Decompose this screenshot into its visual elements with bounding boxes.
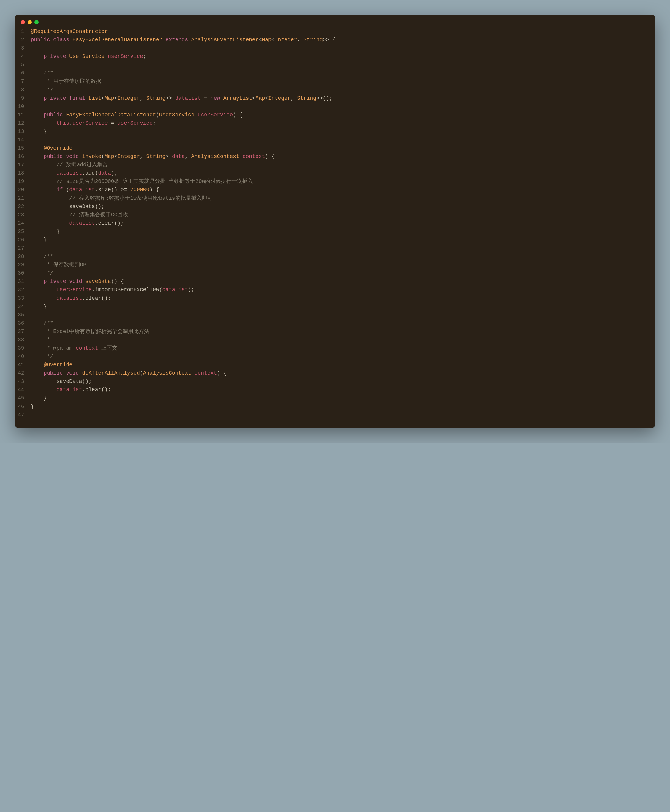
line-number: 26 xyxy=(18,236,24,244)
code-line[interactable]: } xyxy=(31,302,646,311)
token-keyword: void xyxy=(66,154,79,159)
token-doctag: @param xyxy=(53,345,73,351)
code-line[interactable] xyxy=(31,44,646,52)
code-line[interactable]: * 保存数据到DB xyxy=(31,261,646,269)
token-punct: (); xyxy=(101,387,111,393)
code-line[interactable]: public void invoke(Map<Integer, String> … xyxy=(31,152,646,160)
token-punct xyxy=(31,262,44,268)
code-line[interactable]: /** xyxy=(31,69,646,77)
code-line[interactable]: */ xyxy=(31,352,646,361)
code-line[interactable]: public EasyExcelGeneralDataListener(User… xyxy=(31,111,646,119)
code-line[interactable]: } xyxy=(31,236,646,244)
token-punct xyxy=(31,220,69,226)
token-punct xyxy=(31,78,44,84)
token-field: dataList xyxy=(56,295,82,301)
code-line[interactable]: this.userService = userService; xyxy=(31,119,646,127)
line-number: 43 xyxy=(18,377,24,385)
code-line[interactable]: if (dataList.size() >= 200000) { xyxy=(31,186,646,194)
code-line[interactable]: } xyxy=(31,394,646,402)
token-punct: > xyxy=(166,154,172,159)
token-punct: < xyxy=(259,37,262,43)
code-editor[interactable]: 1234567891011121314151617181920212223242… xyxy=(15,27,655,428)
token-punct xyxy=(239,154,243,159)
code-line[interactable]: saveData(); xyxy=(31,203,646,211)
close-button[interactable] xyxy=(21,20,25,24)
code-line[interactable]: dataList.clear(); xyxy=(31,219,646,227)
code-line[interactable]: */ xyxy=(31,86,646,94)
token-comment: /** xyxy=(44,320,53,326)
token-punct xyxy=(31,320,44,326)
token-param: context xyxy=(243,154,265,159)
code-line[interactable]: } xyxy=(31,127,646,136)
token-punct: } xyxy=(31,128,47,135)
code-line[interactable]: } xyxy=(31,227,646,236)
window-titlebar xyxy=(15,15,655,27)
line-number: 22 xyxy=(18,203,24,211)
code-line[interactable] xyxy=(31,311,646,319)
code-line[interactable]: private UserService userService; xyxy=(31,52,646,61)
token-param: userService xyxy=(198,112,233,118)
code-line[interactable]: dataList.clear(); xyxy=(31,294,646,302)
token-param: data xyxy=(98,170,111,176)
token-comment: // 存入数据库:数据小于1w条使用Mybatis的批量插入即可 xyxy=(69,195,212,201)
token-punct: >> xyxy=(166,95,175,101)
line-number: 19 xyxy=(18,177,24,186)
code-line[interactable]: * 用于存储读取的数据 xyxy=(31,77,646,86)
code-line[interactable]: @Override xyxy=(31,144,646,152)
code-line[interactable] xyxy=(31,411,646,419)
code-line[interactable]: public void doAfterAllAnalysed(AnalysisC… xyxy=(31,369,646,377)
code-line[interactable]: public class EasyExcelGeneralDataListene… xyxy=(31,35,646,44)
token-punct: < xyxy=(265,95,268,101)
token-punct xyxy=(162,37,166,43)
code-line[interactable]: private void saveData() { xyxy=(31,277,646,285)
token-punct: ) { xyxy=(149,187,159,192)
token-keyword: public xyxy=(44,154,63,159)
token-punct xyxy=(31,70,44,76)
code-line[interactable]: * @param context 上下文 xyxy=(31,344,646,352)
code-line[interactable]: * Excel中所有数据解析完毕会调用此方法 xyxy=(31,328,646,336)
token-field: userService xyxy=(56,287,92,293)
line-number: 47 xyxy=(18,411,24,419)
code-line[interactable]: userService.importDBFromExcel10w(dataLis… xyxy=(31,285,646,294)
code-line[interactable] xyxy=(31,244,646,252)
code-line[interactable]: /** xyxy=(31,252,646,261)
token-punct xyxy=(63,154,66,159)
token-annotation: @Override xyxy=(44,145,73,151)
code-line[interactable]: // size是否为200000条:这里其实就是分批.当数据等于20w的时候执行… xyxy=(31,177,646,186)
token-comment: * Excel中所有数据解析完毕会调用此方法 xyxy=(44,329,149,334)
code-line[interactable]: */ xyxy=(31,269,646,277)
token-punct: ( xyxy=(140,370,143,376)
token-comment: // size是否为200000条:这里其实就是分批.当数据等于20w的时候执行… xyxy=(56,178,253,184)
code-content[interactable]: @RequiredArgsConstructorpublic class Eas… xyxy=(31,27,646,419)
code-line[interactable]: saveData(); xyxy=(31,377,646,385)
code-line[interactable]: // 数据add进入集合 xyxy=(31,160,646,169)
token-method: saveData xyxy=(85,279,111,284)
code-line[interactable]: // 清理集合便于GC回收 xyxy=(31,211,646,219)
token-comment xyxy=(73,345,76,351)
line-number: 10 xyxy=(18,102,24,111)
minimize-button[interactable] xyxy=(28,20,32,24)
code-line[interactable]: } xyxy=(31,402,646,411)
code-line[interactable]: @RequiredArgsConstructor xyxy=(31,27,646,35)
code-line[interactable] xyxy=(31,136,646,144)
token-punct: ( xyxy=(63,187,69,192)
code-line[interactable]: dataList.clear(); xyxy=(31,385,646,394)
line-number: 4 xyxy=(18,52,24,61)
token-keyword: extends xyxy=(166,37,188,43)
token-param: context xyxy=(195,370,217,376)
token-comment: // 清理集合便于GC回收 xyxy=(69,212,128,218)
token-punct: ) { xyxy=(233,112,242,118)
line-number: 20 xyxy=(18,186,24,194)
code-line[interactable]: private final List<Map<Integer, String>>… xyxy=(31,94,646,102)
line-number: 5 xyxy=(18,61,24,69)
token-punct xyxy=(31,187,56,192)
code-line[interactable] xyxy=(31,102,646,111)
code-line[interactable] xyxy=(31,61,646,69)
zoom-button[interactable] xyxy=(34,20,39,24)
code-line[interactable]: * xyxy=(31,336,646,344)
code-line[interactable]: // 存入数据库:数据小于1w条使用Mybatis的批量插入即可 xyxy=(31,194,646,203)
code-line[interactable]: /** xyxy=(31,319,646,328)
code-line[interactable]: @Override xyxy=(31,361,646,369)
code-line[interactable]: dataList.add(data); xyxy=(31,169,646,177)
token-field: dataList xyxy=(56,387,82,393)
